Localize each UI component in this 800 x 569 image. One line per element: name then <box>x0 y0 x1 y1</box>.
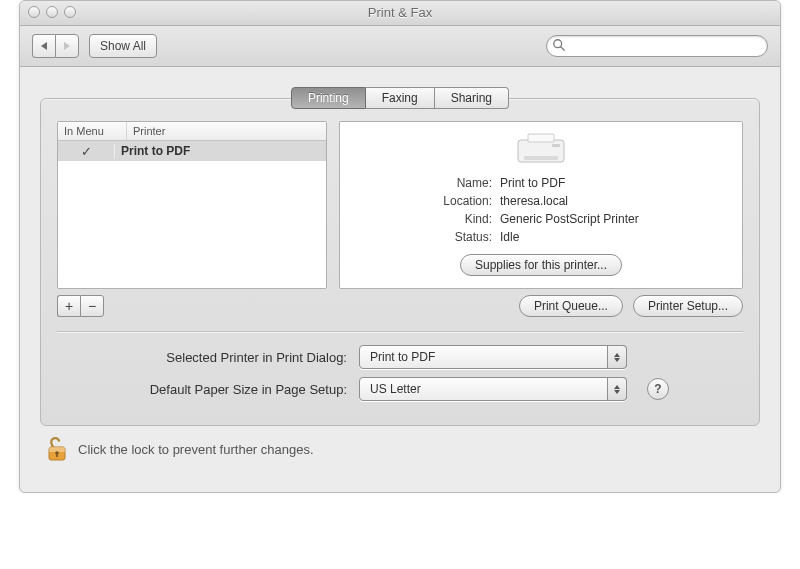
in-menu-check[interactable]: ✓ <box>58 144 115 159</box>
label-kind: Kind: <box>443 212 492 226</box>
printer-icon <box>514 132 568 168</box>
check-icon: ✓ <box>81 144 92 159</box>
label-status: Status: <box>443 230 492 244</box>
lock-row: Click the lock to prevent further change… <box>40 426 760 476</box>
selected-printer-popup[interactable]: Print to PDF <box>359 345 627 369</box>
nav-back-forward <box>32 34 79 58</box>
search-input[interactable] <box>546 35 768 57</box>
add-printer-button[interactable]: + <box>57 295 80 317</box>
svg-rect-3 <box>528 134 554 142</box>
prefs-window: Print & Fax Show All Printing Faxing Sha… <box>19 0 781 493</box>
default-paper-row: Default Paper Size in Page Setup: US Let… <box>57 377 743 401</box>
value-kind: Generic PostScript Printer <box>500 212 639 226</box>
printer-name-cell: Print to PDF <box>115 144 326 158</box>
tab-printing[interactable]: Printing <box>291 87 366 109</box>
back-button[interactable] <box>32 34 55 58</box>
toolbar: Show All <box>20 26 780 67</box>
svg-rect-5 <box>552 144 560 147</box>
value-status: Idle <box>500 230 639 244</box>
printer-detail-panel: Name: Print to PDF Location: theresa.loc… <box>339 121 743 289</box>
printer-list-header: In Menu Printer <box>58 122 326 141</box>
value-name: Print to PDF <box>500 176 639 190</box>
default-paper-label: Default Paper Size in Page Setup: <box>57 382 347 397</box>
forward-button[interactable] <box>55 34 79 58</box>
detail-column: Name: Print to PDF Location: theresa.loc… <box>339 121 743 317</box>
show-all-button[interactable]: Show All <box>89 34 157 58</box>
window-titlebar: Print & Fax <box>20 1 780 26</box>
print-queue-button[interactable]: Print Queue... <box>519 295 623 317</box>
help-button[interactable]: ? <box>647 378 669 400</box>
printer-detail-grid: Name: Print to PDF Location: theresa.loc… <box>443 176 638 244</box>
tab-bar: Printing Faxing Sharing <box>40 87 760 109</box>
chevron-left-icon <box>41 42 47 50</box>
popup-arrows-icon <box>607 377 627 401</box>
selected-printer-value: Print to PDF <box>370 350 435 364</box>
printer-list[interactable]: In Menu Printer ✓ Print to PDF <box>57 121 327 289</box>
col-header-printer[interactable]: Printer <box>127 122 326 140</box>
svg-line-1 <box>561 47 565 51</box>
split-row: In Menu Printer ✓ Print to PDF + − <box>57 121 743 317</box>
printer-list-row[interactable]: ✓ Print to PDF <box>58 141 326 161</box>
chevron-right-icon <box>64 42 70 50</box>
value-location: theresa.local <box>500 194 639 208</box>
label-location: Location: <box>443 194 492 208</box>
printer-setup-button[interactable]: Printer Setup... <box>633 295 743 317</box>
add-remove-buttons: + − <box>57 295 104 317</box>
window-title: Print & Fax <box>20 5 780 20</box>
search-icon <box>552 38 566 52</box>
lock-text: Click the lock to prevent further change… <box>78 442 314 457</box>
default-paper-value: US Letter <box>370 382 421 396</box>
supplies-button[interactable]: Supplies for this printer... <box>460 254 622 276</box>
svg-rect-9 <box>56 453 58 457</box>
divider <box>57 331 743 333</box>
printing-groupbox: In Menu Printer ✓ Print to PDF + − <box>40 98 760 426</box>
default-paper-popup[interactable]: US Letter <box>359 377 627 401</box>
popup-arrows-icon <box>607 345 627 369</box>
remove-printer-button[interactable]: − <box>80 295 104 317</box>
tab-faxing[interactable]: Faxing <box>366 87 435 109</box>
label-name: Name: <box>443 176 492 190</box>
selected-printer-row: Selected Printer in Print Dialog: Print … <box>57 345 743 369</box>
content-area: Printing Faxing Sharing In Menu Printer … <box>20 67 780 492</box>
tab-sharing[interactable]: Sharing <box>435 87 509 109</box>
printer-action-row: Print Queue... Printer Setup... <box>339 295 743 317</box>
search-wrap <box>546 35 768 57</box>
svg-rect-4 <box>524 156 558 160</box>
selected-printer-label: Selected Printer in Print Dialog: <box>57 350 347 365</box>
col-header-in-menu[interactable]: In Menu <box>58 122 127 140</box>
unlock-icon[interactable] <box>46 436 68 462</box>
printer-list-panel: In Menu Printer ✓ Print to PDF + − <box>57 121 327 317</box>
